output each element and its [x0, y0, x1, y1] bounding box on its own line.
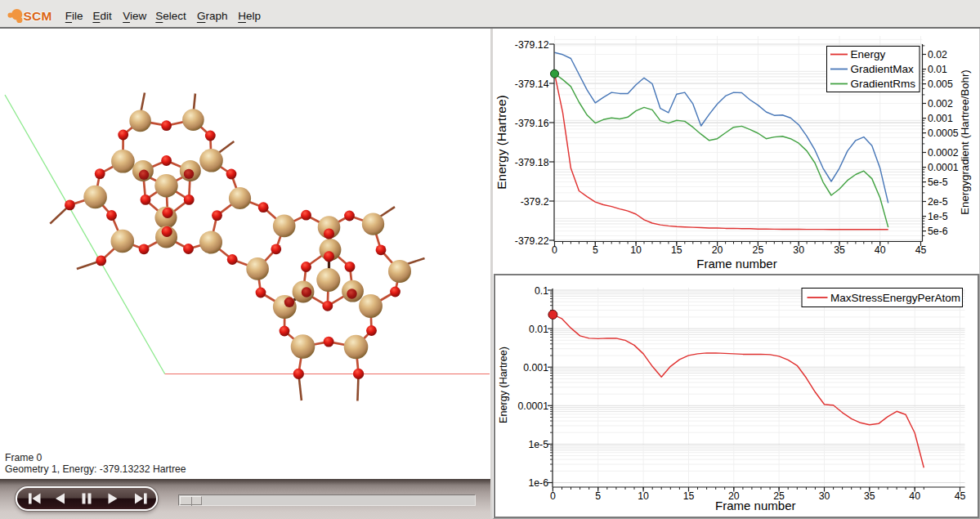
svg-text:45: 45 [954, 490, 965, 502]
svg-text:1e-5: 1e-5 [528, 439, 548, 450]
svg-text:0.001: 0.001 [523, 362, 548, 374]
svg-text:GradientRms: GradientRms [851, 78, 916, 90]
svg-text:30: 30 [818, 490, 830, 502]
svg-text:0: 0 [552, 244, 557, 256]
svg-text:2e-5: 2e-5 [928, 196, 948, 208]
svg-text:10: 10 [630, 244, 642, 256]
svg-text:0.0005: 0.0005 [928, 128, 959, 139]
svg-text:-379.16: -379.16 [515, 118, 549, 129]
svg-text:Frame number: Frame number [696, 257, 776, 271]
svg-text:Energy (Hartree): Energy (Hartree) [494, 95, 508, 189]
svg-text:0.005: 0.005 [928, 78, 953, 90]
svg-text:5e-6: 5e-6 [928, 226, 948, 237]
svg-text:Frame number: Frame number [715, 499, 795, 512]
svg-text:5e-5: 5e-5 [928, 177, 948, 188]
svg-text:10: 10 [638, 490, 649, 502]
svg-text:30: 30 [793, 244, 804, 256]
svg-text:5: 5 [593, 244, 598, 256]
svg-text:-379.22: -379.22 [515, 235, 549, 247]
svg-text:-379.2: -379.2 [521, 196, 549, 208]
svg-text:0.0002: 0.0002 [928, 147, 959, 159]
svg-text:0.001: 0.001 [928, 113, 953, 124]
svg-text:Energy: Energy [851, 48, 886, 60]
svg-text:0.002: 0.002 [928, 98, 953, 110]
svg-text:0.1: 0.1 [534, 285, 548, 297]
svg-text:0.01: 0.01 [529, 324, 548, 335]
svg-text:40: 40 [875, 244, 886, 256]
svg-text:40: 40 [909, 490, 920, 502]
svg-text:-379.12: -379.12 [515, 39, 549, 51]
svg-text:GradientMax: GradientMax [851, 63, 915, 75]
svg-text:0.0001: 0.0001 [517, 400, 548, 412]
svg-text:Energy (Hartree): Energy (Hartree) [498, 347, 509, 423]
svg-text:15: 15 [671, 244, 682, 256]
svg-text:5: 5 [595, 490, 601, 502]
svg-text:1e-6: 1e-6 [528, 477, 548, 489]
svg-text:0.0001: 0.0001 [928, 162, 959, 173]
svg-text:35: 35 [863, 490, 875, 502]
svg-text:35: 35 [834, 244, 845, 256]
svg-text:1e-5: 1e-5 [928, 211, 948, 222]
svg-text:45: 45 [915, 244, 927, 256]
svg-text:-379.14: -379.14 [515, 78, 549, 90]
svg-text:0.01: 0.01 [928, 64, 947, 75]
svg-text:20: 20 [712, 244, 723, 256]
svg-text:0.02: 0.02 [928, 49, 947, 60]
svg-text:MaxStressEnergyPerAtom: MaxStressEnergyPerAtom [830, 292, 960, 304]
svg-text:0: 0 [549, 490, 555, 502]
svg-text:15: 15 [682, 490, 694, 502]
svg-text:25: 25 [753, 244, 764, 256]
svg-text:Energygradient (Hartree/Bohr): Energygradient (Hartree/Bohr) [959, 69, 971, 214]
svg-text:-379.18: -379.18 [515, 157, 549, 168]
